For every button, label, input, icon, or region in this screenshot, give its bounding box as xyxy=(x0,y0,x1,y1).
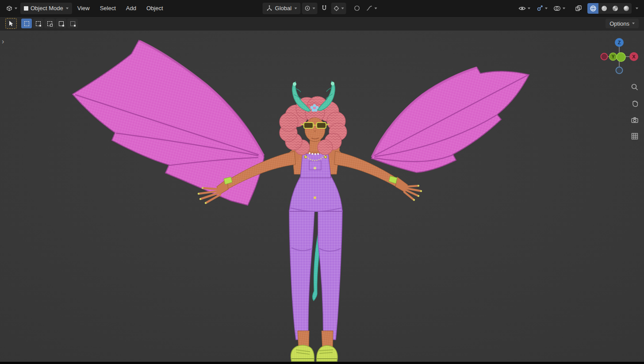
camera-icon xyxy=(631,116,639,124)
gizmo-axis-z[interactable]: Z xyxy=(615,38,624,47)
solid-sphere-icon xyxy=(601,5,608,12)
character-face xyxy=(305,118,325,142)
hand-icon xyxy=(631,100,639,107)
xray-squares-icon xyxy=(575,5,582,12)
falloff-curve-icon xyxy=(366,5,372,11)
snap-settings-dropdown[interactable] xyxy=(331,3,346,14)
visibility-eye-icon xyxy=(518,5,526,12)
select-tool-group xyxy=(21,19,78,28)
pivot-point-icon xyxy=(304,5,310,11)
magnet-icon xyxy=(321,5,327,11)
mode-dropdown[interactable]: Object Mode xyxy=(20,3,72,14)
tweak-tool-button[interactable] xyxy=(5,18,17,29)
options-label: Options xyxy=(610,20,629,27)
viewport-side-tools xyxy=(629,81,640,142)
orientation-label: Global xyxy=(275,5,292,11)
snap-toggle[interactable] xyxy=(318,3,330,14)
menu-bar: View Select Add Object xyxy=(73,3,168,14)
svg-text:X: X xyxy=(632,54,636,59)
svg-text:Z: Z xyxy=(618,40,621,45)
orthographic-toggle-button[interactable] xyxy=(629,130,640,142)
gizmo-axis-z-neg[interactable] xyxy=(616,67,623,74)
chevron-down-icon xyxy=(632,23,635,24)
chevron-down-icon xyxy=(636,8,638,9)
options-dropdown[interactable]: Options xyxy=(606,19,639,28)
chevron-down-icon xyxy=(545,8,548,9)
falloff-dropdown[interactable] xyxy=(364,3,379,14)
gizmo-axis-y-neg[interactable] xyxy=(617,53,625,61)
chevron-down-icon xyxy=(66,8,69,9)
visibility-dropdown[interactable] xyxy=(516,3,533,14)
select-box-subtract-icon xyxy=(47,21,52,26)
chevron-down-icon xyxy=(294,8,297,9)
proportional-toggle[interactable] xyxy=(351,3,362,14)
gizmo-axis-x[interactable]: X xyxy=(629,52,638,61)
gizmos-dropdown[interactable] xyxy=(534,3,550,14)
menu-view[interactable]: View xyxy=(73,3,94,14)
pan-button[interactable] xyxy=(629,98,640,109)
chevron-down-icon xyxy=(341,8,344,9)
select-box-extend-button[interactable] xyxy=(33,19,43,28)
select-box-extend-icon xyxy=(36,21,41,26)
gizmo-axis-x-neg[interactable] xyxy=(601,54,608,60)
shading-solid-button[interactable] xyxy=(598,3,610,14)
menu-select[interactable]: Select xyxy=(96,3,120,14)
viewport-3d[interactable]: › Z Y X xyxy=(0,17,644,362)
select-box-subtract-button[interactable] xyxy=(44,19,55,28)
overlays-dropdown[interactable] xyxy=(551,3,567,14)
menu-add[interactable]: Add xyxy=(122,3,141,14)
select-box-intersect-icon xyxy=(70,21,75,26)
mode-label: Object Mode xyxy=(31,5,63,11)
material-sphere-icon xyxy=(612,5,619,12)
gizmo-arrows-icon xyxy=(536,5,543,12)
orientation-dropdown[interactable]: Global xyxy=(263,3,301,14)
overlays-circles-icon xyxy=(553,5,561,12)
snap-target-icon xyxy=(333,5,339,11)
pivot-dropdown[interactable] xyxy=(302,3,317,14)
wireframe-sphere-icon xyxy=(590,5,597,12)
editor-type-button[interactable] xyxy=(4,3,19,14)
chevron-down-icon xyxy=(15,8,17,9)
shading-dropdown[interactable] xyxy=(633,3,640,14)
svg-text:Y: Y xyxy=(612,54,615,59)
select-box-set-button[interactable] xyxy=(21,19,32,28)
proportional-circle-icon xyxy=(353,5,360,11)
select-box-invert-button[interactable] xyxy=(56,19,66,28)
orientation-axes-icon xyxy=(266,5,273,11)
tool-header: Options xyxy=(0,17,644,30)
shading-wireframe-button[interactable] xyxy=(587,3,598,14)
camera-view-button[interactable] xyxy=(629,114,640,126)
chevron-down-icon xyxy=(374,8,377,9)
xray-toggle[interactable] xyxy=(573,3,584,14)
toolbar-expand-arrow[interactable]: › xyxy=(1,37,5,46)
chevron-down-icon xyxy=(563,8,565,9)
chevron-down-icon xyxy=(528,8,530,9)
viewport-header: Object Mode View Select Add Object Globa… xyxy=(0,0,644,17)
grid-icon xyxy=(631,132,639,140)
shading-rendered-button[interactable] xyxy=(621,3,632,14)
navigation-gizmo[interactable]: Z Y X xyxy=(600,37,639,76)
shading-mode-group xyxy=(587,3,632,14)
blender-window: Object Mode View Select Add Object Globa… xyxy=(0,0,644,364)
select-box-invert-icon xyxy=(59,21,64,26)
cursor-arrow-icon xyxy=(8,20,14,27)
chevron-down-icon xyxy=(312,8,315,9)
gizmo-axis-y[interactable]: Y xyxy=(610,53,617,61)
select-box-intersect-button[interactable] xyxy=(67,19,78,28)
select-box-icon xyxy=(24,21,29,26)
editor-divider xyxy=(0,362,644,364)
zoom-button[interactable] xyxy=(629,81,640,93)
rendered-sphere-icon xyxy=(623,5,630,12)
3d-viewport-editor-icon xyxy=(6,5,13,12)
magnifier-icon xyxy=(631,83,639,91)
scene-canvas xyxy=(0,17,644,362)
menu-object[interactable]: Object xyxy=(142,3,168,14)
shading-material-button[interactable] xyxy=(610,3,621,14)
object-mode-icon xyxy=(24,6,28,11)
